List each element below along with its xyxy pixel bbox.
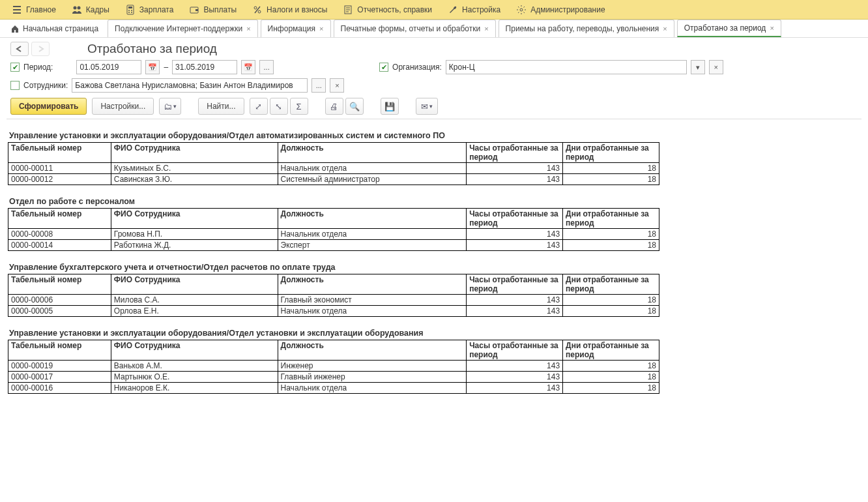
employees-value: Бажова Светлана Нурисламовна; Базин Анто… [75, 81, 293, 90]
collapse-icon: ⤡ [275, 102, 282, 111]
tab-2[interactable]: Информация× [261, 20, 331, 37]
table-row[interactable]: 0000-00011Кузьминых Б.С.Начальник отдела… [8, 163, 659, 174]
svg-point-10 [254, 7, 257, 9]
settings-label: Настройки... [100, 102, 145, 111]
cell-tabno: 0000-00017 [8, 372, 111, 383]
find-button[interactable]: Найти... [198, 98, 244, 115]
tab-4[interactable]: Приемы на работу, переводы, увольнения× [499, 20, 674, 37]
generate-label: Сформировать [19, 102, 78, 111]
period-checkbox[interactable]: ✔ [10, 63, 20, 72]
date-from-picker-button[interactable]: 📅 [145, 60, 160, 74]
mail-icon: ✉ [421, 102, 428, 111]
menu-item-4[interactable]: Налоги и взносы [244, 0, 335, 19]
date-to-input[interactable]: 31.05.2019 [172, 60, 237, 74]
table-row[interactable]: 0000-00016Никаноров Е.К.Начальник отдела… [8, 383, 659, 394]
employees-input[interactable]: Бажова Светлана Нурисламовна; Базин Анто… [72, 78, 308, 93]
menu-item-2[interactable]: Зарплата [117, 0, 182, 19]
tab-close-icon[interactable]: × [319, 25, 323, 33]
cell-days: 18 [563, 229, 659, 240]
menu-item-0[interactable]: Главное [4, 0, 64, 19]
tab-5[interactable]: Отработано за период× [677, 20, 781, 37]
tab-close-icon[interactable]: × [484, 25, 488, 33]
col-fio: ФИО Сотрудника [111, 143, 278, 163]
col-tabno: Табельный номер [8, 209, 111, 229]
preview-button[interactable]: 🔍 [345, 98, 364, 115]
sum-button[interactable]: Σ [290, 98, 308, 115]
variants-button[interactable]: 🗂▾ [159, 98, 181, 115]
cell-hours: 143 [467, 383, 563, 394]
col-pos: Должность [278, 340, 467, 361]
org-label: Организация: [392, 63, 442, 72]
menu-item-6[interactable]: Настройка [440, 0, 508, 19]
table-row[interactable]: 0000-00008Громова Н.П.Начальник отдела14… [8, 229, 659, 240]
department-title: Отдел по работе с персоналом [7, 185, 861, 208]
org-clear-button[interactable]: × [709, 60, 723, 74]
cell-pos: Главный экономист [278, 295, 467, 306]
menu-item-3[interactable]: Выплаты [181, 0, 244, 19]
cell-tabno: 0000-00006 [8, 295, 111, 306]
table-row[interactable]: 0000-00005Орлова Е.Н.Начальник отдела143… [8, 306, 659, 317]
report-table: Табельный номерФИО СотрудникаДолжностьЧа… [8, 340, 659, 394]
main-menu: ГлавноеКадрыЗарплатаВыплатыНалоги и взно… [0, 0, 868, 20]
menu-item-7[interactable]: Администрирование [508, 0, 613, 19]
tab-1[interactable]: Подключение Интернет-поддержки× [108, 20, 257, 37]
table-row[interactable]: 0000-00012Савинская З.Ю.Системный админи… [8, 174, 659, 185]
tab-close-icon[interactable]: × [246, 25, 250, 33]
col-pos: Должность [278, 274, 467, 295]
table-row[interactable]: 0000-00006Милова С.А.Главный экономист14… [8, 295, 659, 306]
dots-icon: ... [316, 81, 322, 89]
col-fio: ФИО Сотрудника [111, 340, 278, 361]
department-title: Управление установки и эксплуатации обор… [7, 119, 861, 142]
back-button[interactable] [10, 42, 29, 56]
cell-hours: 143 [467, 372, 563, 383]
filter-row-employees: ✔ Сотрудники: Бажова Светлана Нурисламов… [10, 78, 861, 93]
table-row[interactable]: 0000-00014Работкина Ж.Д.Эксперт14318 [8, 240, 659, 251]
expand-button[interactable]: ⤢ [250, 98, 268, 115]
cell-fio: Громова Н.П. [111, 229, 278, 240]
org-checkbox[interactable]: ✔ [379, 63, 388, 72]
employees-checkbox[interactable]: ✔ [10, 81, 20, 90]
send-button[interactable]: ✉▾ [416, 98, 438, 115]
menu-item-5[interactable]: Отчетность, справки [335, 0, 440, 19]
table-row[interactable]: 0000-00017Мартынюк О.Е.Главный инженер14… [8, 372, 659, 383]
org-input[interactable]: Крон-Ц [446, 60, 687, 74]
svg-rect-3 [128, 7, 132, 8]
menu-label: Выплаты [203, 5, 237, 14]
org-dropdown-button[interactable]: ▾ [691, 60, 705, 74]
tab-label: Начальная страница [23, 24, 98, 33]
department-title: Управление установки и эксплуатации обор… [7, 317, 861, 340]
tab-0[interactable]: Начальная страница [4, 20, 105, 37]
date-range-more-button[interactable]: ... [259, 60, 274, 74]
tab-close-icon[interactable]: × [663, 25, 667, 33]
date-to-picker-button[interactable]: 📅 [241, 60, 255, 74]
svg-point-6 [128, 12, 130, 13]
forward-button[interactable] [31, 42, 50, 56]
settings-button[interactable]: Настройки... [92, 98, 154, 115]
print-button[interactable]: 🖨 [325, 98, 343, 115]
cell-days: 18 [563, 306, 659, 317]
find-label: Найти... [207, 102, 235, 111]
employees-label: Сотрудники: [23, 81, 68, 90]
tab-label: Подключение Интернет-поддержки [115, 24, 242, 33]
period-label: Период: [23, 63, 53, 72]
tab-3[interactable]: Печатные формы, отчеты и обработки× [334, 20, 496, 37]
collapse-button[interactable]: ⤡ [270, 98, 288, 115]
employees-more-button[interactable]: ... [311, 78, 326, 93]
tab-close-icon[interactable]: × [770, 24, 774, 32]
cell-days: 18 [563, 174, 659, 185]
cell-pos: Эксперт [278, 240, 467, 251]
cell-fio: Орлова Е.Н. [111, 306, 278, 317]
cell-hours: 143 [467, 240, 563, 251]
col-fio: ФИО Сотрудника [111, 274, 278, 295]
org-value: Крон-Ц [449, 63, 475, 72]
sigma-icon: Σ [296, 102, 301, 111]
save-button[interactable]: 💾 [381, 98, 399, 115]
svg-point-11 [258, 10, 261, 13]
col-tabno: Табельный номер [8, 274, 111, 295]
generate-button[interactable]: Сформировать [10, 98, 87, 115]
employees-clear-button[interactable]: × [330, 78, 344, 93]
table-row[interactable]: 0000-00019Ваньков А.М.Инженер14318 [8, 361, 659, 372]
menu-item-1[interactable]: Кадры [64, 0, 117, 19]
date-from-input[interactable]: 01.05.2019 [76, 60, 141, 74]
cell-hours: 143 [467, 174, 563, 185]
